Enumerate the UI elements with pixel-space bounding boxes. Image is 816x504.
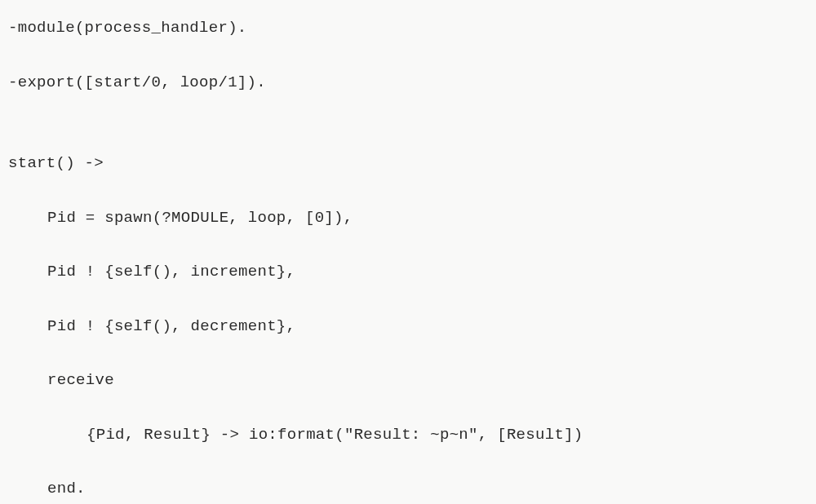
code-line: Pid ! {self(), increment}, <box>8 259 808 285</box>
code-line: Pid ! {self(), decrement}, <box>8 313 808 340</box>
code-line: end. <box>8 475 808 502</box>
code-line: -export([start/0, loop/1]). <box>8 69 808 96</box>
code-line: start() -> <box>8 150 808 177</box>
code-block: -module(process_handler). -export([start… <box>8 15 808 504</box>
code-line: receive <box>8 367 808 394</box>
code-line: -module(process_handler). <box>8 15 808 42</box>
code-line: Pid = spawn(?MODULE, loop, [0]), <box>8 205 808 232</box>
code-line: {Pid, Result} -> io:format("Result: ~p~n… <box>8 422 808 449</box>
